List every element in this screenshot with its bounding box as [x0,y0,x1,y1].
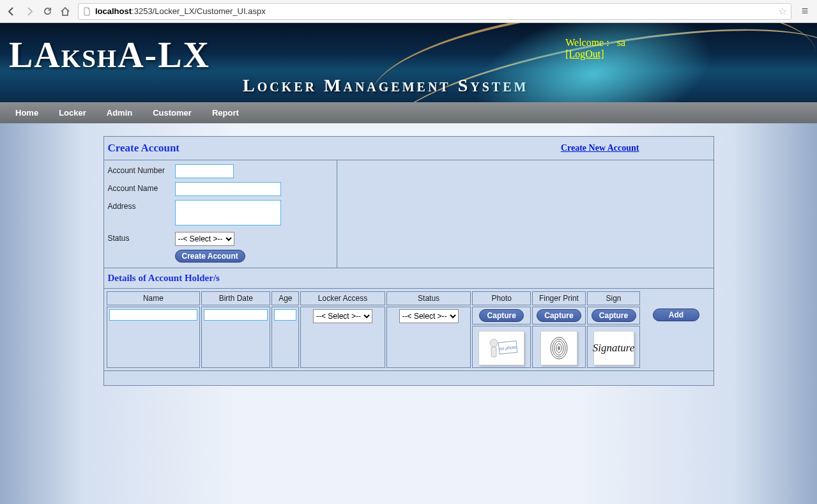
input-address[interactable] [175,200,281,225]
menu-locker[interactable]: Locker [49,102,96,123]
app-banner: LAkshA-LX Locker Management System Welco… [0,23,817,102]
welcome-username: sa [617,37,625,48]
reload-button[interactable] [40,4,55,19]
svg-rect-1 [491,347,496,357]
input-account-name[interactable] [175,182,281,196]
label-address: Address [108,200,175,211]
page-body: Create Account Create New Account Accoun… [0,123,817,504]
menu-admin[interactable]: Admin [96,102,142,123]
select-status[interactable]: --< Select >-- [175,232,234,246]
page-icon [82,7,91,16]
browser-toolbar: localhost:3253/Locker_LX/Customer_UI.asp… [0,0,817,23]
brand-subtitle: Locker Management System [243,75,528,96]
col-status: Status [386,291,471,305]
col-finger-print: Finger Print [532,291,586,305]
create-account-form: Account Number Account Name Address Stat… [104,160,714,268]
menu-customer[interactable]: Customer [142,102,202,123]
add-button[interactable]: Add [653,309,699,321]
select-locker-access[interactable]: --< Select >-- [313,309,372,323]
signature-thumbnail: Signature [593,331,634,365]
table-row: --< Select >-- --< Select >-- Capture Ca… [107,307,711,325]
main-menu: Home Locker Admin Customer Report [0,102,817,123]
browser-menu-button[interactable]: ≡ [797,3,813,20]
details-grid: Name Birth Date Age Locker Access Status… [104,289,714,370]
url-text: localhost:3253/Locker_LX/Customer_UI.asp… [95,6,266,16]
photo-thumbnail: no photo [478,331,524,365]
panel-footer-spacer [104,370,714,385]
create-account-button[interactable]: Create Account [175,250,245,263]
table-header-row: Name Birth Date Age Locker Access Status… [107,291,711,305]
capture-sign-button[interactable]: Capture [592,309,636,322]
address-bar[interactable]: localhost:3253/Locker_LX/Customer_UI.asp… [78,3,791,20]
menu-home[interactable]: Home [5,102,49,123]
input-name[interactable] [109,309,198,321]
banner-decoration [377,23,817,102]
main-panel: Create Account Create New Account Accoun… [103,136,714,386]
create-account-title: Create Account [108,142,180,155]
label-account-number: Account Number [108,164,175,175]
menu-report[interactable]: Report [202,102,249,123]
col-sign: Sign [587,291,641,305]
col-name: Name [107,291,201,305]
input-age[interactable] [274,309,296,321]
welcome-box: Welcome : sa [LogOut] [565,37,625,60]
panel-header-create: Create Account Create New Account [104,137,714,160]
brand-title: LAkshA-LX [9,34,210,75]
label-account-name: Account Name [108,182,175,193]
capture-photo-button[interactable]: Capture [479,309,524,322]
col-birth-date: Birth Date [201,291,270,305]
col-photo: Photo [472,291,531,305]
home-button[interactable] [57,4,73,19]
back-button[interactable] [4,4,19,19]
col-age: Age [271,291,299,305]
logout-link[interactable]: [LogOut] [565,49,604,59]
bookmark-star-icon[interactable]: ☆ [778,5,787,17]
svg-point-8 [558,346,560,350]
capture-fingerprint-button[interactable]: Capture [537,309,581,322]
fingerprint-thumbnail [540,331,577,365]
details-section-title: Details of Account Holder/s [104,268,714,289]
forward-button[interactable] [22,4,37,19]
input-birth-date[interactable] [204,309,268,321]
label-status: Status [108,232,175,243]
input-account-number[interactable] [175,164,234,178]
create-new-account-link[interactable]: Create New Account [561,143,639,153]
col-locker-access: Locker Access [300,291,385,305]
select-row-status[interactable]: --< Select >-- [399,309,459,323]
svg-point-0 [490,339,498,347]
welcome-label: Welcome : [565,37,609,48]
